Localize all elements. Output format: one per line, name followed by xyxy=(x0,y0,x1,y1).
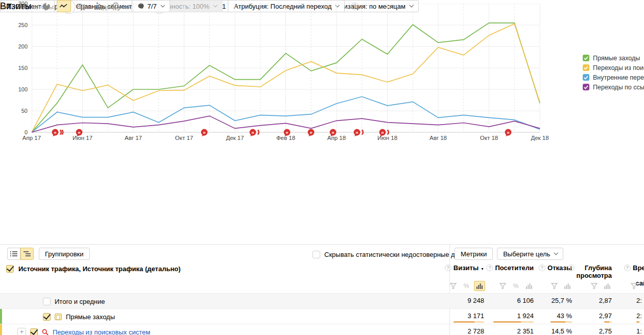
metric-cell: 2: xyxy=(613,294,644,309)
annotation-marker[interactable]: н xyxy=(329,129,340,137)
legend-item-3[interactable]: Переходы по ссылкам на сайтах xyxy=(583,82,644,92)
metric-cell: 2,87 xyxy=(573,294,613,309)
metric-value: 2 728 xyxy=(467,327,484,335)
legend-label: Переходы по ссылкам на сайтах xyxy=(593,84,644,91)
bars-filter-icon[interactable] xyxy=(641,281,644,291)
metric-cell: 2,75 xyxy=(573,324,613,335)
metric-value: 3 171 xyxy=(467,312,484,320)
help-icon: ? xyxy=(539,265,545,271)
bars-filter-icon[interactable] xyxy=(523,281,535,291)
svg-text:н: н xyxy=(252,130,254,135)
expand-row-button[interactable]: + xyxy=(17,328,26,335)
table-row[interactable]: Прямые заходы3 1711 92443 %2,972: xyxy=(0,308,644,324)
dimension-checkbox[interactable] xyxy=(6,265,14,273)
metric-cell: 6 106 xyxy=(485,294,535,309)
annotation-marker[interactable]: н xyxy=(307,129,318,137)
metric-mini-bar xyxy=(636,321,640,323)
dimension-header: Источник трафика, Источник трафика (дета… xyxy=(6,265,181,273)
metric-cell: 2 728 xyxy=(449,324,485,335)
bars-filter-icon[interactable] xyxy=(474,281,485,291)
legend-item-2[interactable]: Внутренние переходы xyxy=(583,73,644,82)
metric-value: 14,5 % xyxy=(552,327,572,335)
metric-value: 2: xyxy=(636,297,642,304)
tree-view-toggle[interactable] xyxy=(20,248,34,260)
column-0: ?Визиты▼% xyxy=(449,264,485,287)
column-filter-icons xyxy=(588,281,613,291)
column-header-3[interactable]: ?Глубинапросмотра xyxy=(573,264,613,279)
hide-insignificant-checkbox[interactable] xyxy=(313,251,320,258)
annotation-marker[interactable]: н xyxy=(52,129,66,137)
metric-value: 43 % xyxy=(557,312,572,320)
metric-mini-bar xyxy=(493,321,534,323)
legend-checkbox[interactable] xyxy=(583,74,589,81)
row-title: Итого и средние xyxy=(55,298,105,305)
dimension-title: Источник трафика, Источник трафика (дета… xyxy=(18,265,181,273)
row-checkbox[interactable] xyxy=(43,313,51,321)
choose-goal-dropdown[interactable]: Выберите цель xyxy=(497,248,563,260)
percent-filter-icon[interactable]: % xyxy=(461,281,472,291)
bars-filter-icon[interactable] xyxy=(562,281,573,291)
legend-label: Переходы из поисковых систем xyxy=(593,64,644,71)
metric-value: 25,7 % xyxy=(552,297,572,304)
metric-mini-bar xyxy=(551,321,572,323)
help-icon: ? xyxy=(445,265,451,271)
table-row[interactable]: +Переходы из поисковых систем2 7282 3511… xyxy=(0,324,644,335)
plot-area[interactable] xyxy=(32,4,540,133)
metric-value: 2,87 xyxy=(599,297,612,304)
metric-value: 9 248 xyxy=(467,297,484,304)
visits-line-chart: 050100150200250300 Апр 17Июн 17Авг 17Окт… xyxy=(0,0,644,153)
funnel-filter-icon[interactable] xyxy=(588,281,600,291)
bars-filter-icon[interactable] xyxy=(602,281,613,291)
row-label-area: Прямые заходы xyxy=(43,309,115,324)
annotation-marker[interactable]: н xyxy=(76,129,86,137)
legend-checkbox[interactable] xyxy=(583,64,589,71)
annotation-marker[interactable]: н xyxy=(353,129,366,137)
x-tick-label: Апр 17 xyxy=(22,135,41,141)
yandex-metrica-report: СегодняВчераНеделяМесяцКварталГод 1 апр … xyxy=(0,0,644,335)
legend-checkbox[interactable] xyxy=(583,55,589,61)
sort-desc-icon[interactable]: ▼ xyxy=(481,265,484,273)
x-tick-label: Авг 18 xyxy=(430,135,447,141)
table-rows: Итого и средние9 2486 10625,7 %2,872:Пря… xyxy=(0,293,644,335)
percent-filter-icon[interactable]: % xyxy=(510,281,521,291)
metric-cell: 9 248 xyxy=(449,294,485,309)
annotation-marker[interactable]: н xyxy=(379,129,391,137)
annotation-marker[interactable]: н xyxy=(249,129,261,137)
metrics-actions: Метрики Выберите цель xyxy=(455,248,563,260)
metric-cell: 1 924 xyxy=(485,309,535,324)
legend-label: Внутренние переходы xyxy=(593,74,644,81)
flat-list-view-toggle[interactable] xyxy=(7,248,20,260)
metrics-button[interactable]: Метрики xyxy=(455,248,493,260)
column-header-2[interactable]: ?Отказы xyxy=(535,264,573,272)
legend-item-0[interactable]: Прямые заходы xyxy=(583,53,644,63)
row-checkbox[interactable] xyxy=(43,298,51,305)
row-color-stripe xyxy=(0,309,2,324)
annotation-marker[interactable]: н xyxy=(201,129,211,137)
svg-text:н: н xyxy=(507,130,510,135)
groupings-button[interactable]: Группировки xyxy=(39,248,90,260)
legend-checkbox[interactable] xyxy=(583,84,589,90)
direct-traffic-icon xyxy=(55,314,62,320)
table-row[interactable]: Итого и средние9 2486 10625,7 %2,872: xyxy=(0,293,644,308)
metrics-label: Метрики xyxy=(461,250,487,258)
annotation-marker[interactable]: н xyxy=(283,129,294,137)
metric-cell: 2,97 xyxy=(573,309,613,324)
row-checkbox[interactable] xyxy=(30,328,38,335)
funnel-filter-icon[interactable] xyxy=(548,281,560,291)
metric-value: 2: xyxy=(636,312,642,320)
funnel-filter-icon[interactable] xyxy=(497,281,508,291)
legend-item-1[interactable]: Переходы из поисковых систем xyxy=(583,63,644,73)
column-filter-icons xyxy=(548,281,573,291)
metric-value: 2,97 xyxy=(599,312,612,320)
annotation-marker[interactable]: н xyxy=(505,129,515,137)
column-title: Глубинапросмотра xyxy=(577,264,612,279)
metric-value: 6 106 xyxy=(517,297,534,304)
row-label-area: +Переходы из поисковых систем xyxy=(17,324,150,335)
column-header-1[interactable]: ?Посетители xyxy=(485,264,535,272)
funnel-filter-icon[interactable] xyxy=(628,281,639,291)
column-header-0[interactable]: ?Визиты▼ xyxy=(449,264,485,273)
column-filter-icons xyxy=(628,281,644,291)
svg-text:н: н xyxy=(286,130,289,135)
funnel-filter-icon[interactable] xyxy=(447,281,459,291)
row-title[interactable]: Переходы из поисковых систем xyxy=(53,328,150,335)
